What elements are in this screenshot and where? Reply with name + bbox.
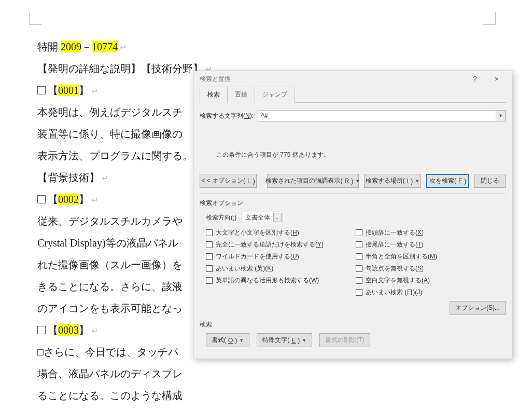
tab-jump[interactable]: ジャンプ xyxy=(255,87,295,103)
tab-replace[interactable]: 置換 xyxy=(227,87,255,103)
checkbox-icon xyxy=(356,241,362,248)
highlight: 2009 xyxy=(61,41,81,52)
square-glyph xyxy=(37,195,46,203)
select-value: 文書全体 xyxy=(245,213,270,222)
close-button[interactable]: × xyxy=(486,72,508,86)
format-button[interactable]: 書式(O)▼ xyxy=(206,333,249,347)
find-replace-dialog: 検索と置換 ? × 検索 置換 ジャンプ 検索する文字列(N): ▼ この条件に… xyxy=(193,71,512,359)
checkbox-fuzzy-jp[interactable]: あいまい検索 (日)(J) xyxy=(356,288,506,297)
highlight: 0003 xyxy=(58,324,79,336)
less-options-button[interactable]: < < オプション(L) xyxy=(200,174,257,188)
close-dialog-button[interactable]: 閉じる xyxy=(474,174,506,188)
paragraph-mark-icon: ↵ xyxy=(120,43,127,52)
dialog-tabs: 検索 置換 ジャンプ xyxy=(200,87,506,103)
paragraph-mark-icon: ↵ xyxy=(91,326,98,335)
doc-line[interactable]: 場合、液晶パネルのディスプレ xyxy=(37,363,504,384)
section-label: 検索オプション xyxy=(200,199,506,208)
checkbox-icon xyxy=(356,253,362,260)
dialog-title: 検索と置換 xyxy=(198,75,464,84)
no-formatting-button: 書式の削除(T) xyxy=(319,333,370,347)
highlight: 10774 xyxy=(92,41,118,52)
special-button[interactable]: 特殊文字(E)▼ xyxy=(257,333,312,347)
search-input[interactable] xyxy=(258,111,496,121)
checkbox-prefix[interactable]: 接頭辞に一致する(X) xyxy=(356,228,506,237)
fuzzy-options-button[interactable]: オプション(S)... xyxy=(450,301,506,315)
checkbox-match-case[interactable]: 大文字と小文字を区別する(H) xyxy=(206,228,356,237)
search-label: 検索する文字列(N): xyxy=(200,112,254,120)
search-direction-label: 検索方向(:) xyxy=(206,213,236,222)
checkbox-icon xyxy=(356,289,362,296)
paragraph-mark-icon: ↵ xyxy=(102,174,108,183)
checkbox-icon xyxy=(356,229,362,236)
doc-line[interactable]: ることになる。このような構成 xyxy=(37,385,504,406)
chevron-down-icon[interactable]: ▼ xyxy=(496,111,505,121)
chevron-down-icon: ▼ xyxy=(302,338,306,343)
chevron-down-icon[interactable]: ⌄ xyxy=(273,213,282,222)
search-in-button[interactable]: 検索する場所(I)▼ xyxy=(364,174,422,188)
highlight: 0001 xyxy=(58,85,79,96)
checkbox-icon xyxy=(206,229,213,236)
square-glyph xyxy=(37,326,46,334)
search-combo[interactable]: ▼ xyxy=(258,110,506,121)
tab-search[interactable]: 検索 xyxy=(200,87,228,103)
checkbox-suffix[interactable]: 接尾辞に一致する(T) xyxy=(356,240,506,249)
square-glyph xyxy=(37,86,46,94)
find-next-button[interactable]: 次を検索(F) xyxy=(426,174,469,188)
page-margin-corner xyxy=(483,12,496,25)
dialog-titlebar[interactable]: 検索と置換 ? × xyxy=(193,71,512,87)
checkbox-wildcards[interactable]: ワイルドカードを使用する(U) xyxy=(206,252,356,261)
checkbox-icon xyxy=(356,277,362,284)
checkbox-icon xyxy=(206,241,213,248)
doc-line[interactable]: 特開 2009－10774↵ xyxy=(37,36,504,57)
checkbox-whole-word[interactable]: 完全に一致する単語だけを検索する(Y) xyxy=(206,240,356,249)
paragraph-mark-icon: ↵ xyxy=(91,196,98,204)
checkbox-icon xyxy=(206,277,213,284)
checkbox-fuzzy-en[interactable]: あいまい検索 (英)(K) xyxy=(206,264,356,273)
doc-line[interactable]: ることで、所定の操作入力を行うことができる。↵ xyxy=(37,407,504,411)
checkbox-ignore-punct[interactable]: 句読点を無視する(S) xyxy=(356,264,506,273)
reading-highlight-button[interactable]: 検索された項目の強調表示(R)▼ xyxy=(267,174,359,188)
checkbox-width[interactable]: 半角と全角を区別する(M) xyxy=(356,252,506,261)
checkbox-word-forms[interactable]: 英単語の異なる活用形も検索する(W) xyxy=(206,276,356,285)
checkbox-icon xyxy=(206,265,213,272)
divider xyxy=(200,193,506,194)
chevron-down-icon: ▼ xyxy=(355,179,360,184)
section-label: 検索 xyxy=(200,320,506,329)
help-button[interactable]: ? xyxy=(464,72,486,86)
chevron-down-icon: ▼ xyxy=(239,338,244,343)
paragraph-mark-icon: ↵ xyxy=(91,87,98,95)
checkbox-ignore-space[interactable]: 空白文字を無視する(A) xyxy=(356,276,506,285)
status-text: この条件に合う項目が 775 個あります。 xyxy=(200,128,506,174)
highlight: 0002 xyxy=(58,194,79,205)
page-margin-corner xyxy=(29,12,41,25)
checkbox-icon xyxy=(206,253,213,260)
checkbox-icon xyxy=(356,265,362,272)
search-direction-select[interactable]: 文書全体 ⌄ xyxy=(242,212,283,223)
chevron-down-icon: ▼ xyxy=(415,179,419,184)
